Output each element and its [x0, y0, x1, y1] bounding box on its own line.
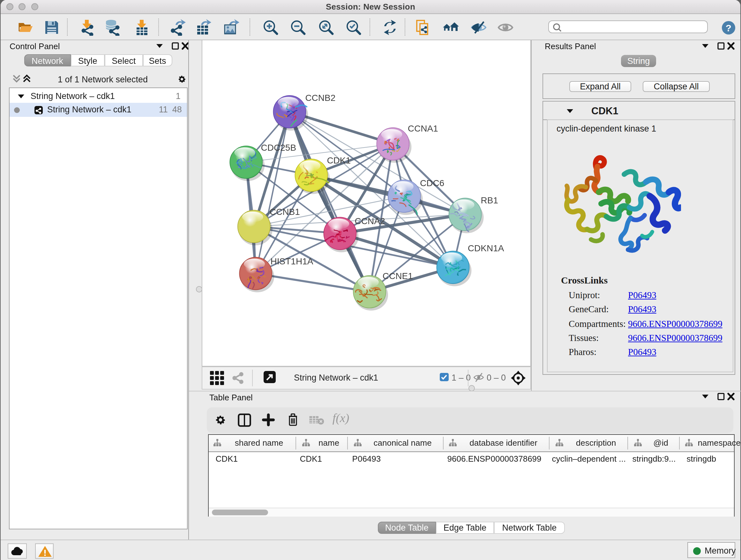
- svg-text:CCNA1: CCNA1: [408, 123, 438, 133]
- svg-text:RB1: RB1: [481, 195, 498, 205]
- svg-text:CDKN1A: CDKN1A: [468, 243, 504, 253]
- svg-text:CCNB2: CCNB2: [305, 92, 335, 103]
- svg-text:HIST1H1A: HIST1H1A: [270, 256, 313, 266]
- svg-text:CDK1: CDK1: [327, 155, 350, 165]
- svg-text:CCNB1: CCNB1: [269, 206, 300, 216]
- svg-text:CDC25B: CDC25B: [261, 142, 296, 152]
- svg-text:CCNE1: CCNE1: [382, 271, 413, 281]
- svg-text:CCNA2: CCNA2: [354, 216, 385, 226]
- svg-text:CDC6: CDC6: [420, 178, 444, 188]
